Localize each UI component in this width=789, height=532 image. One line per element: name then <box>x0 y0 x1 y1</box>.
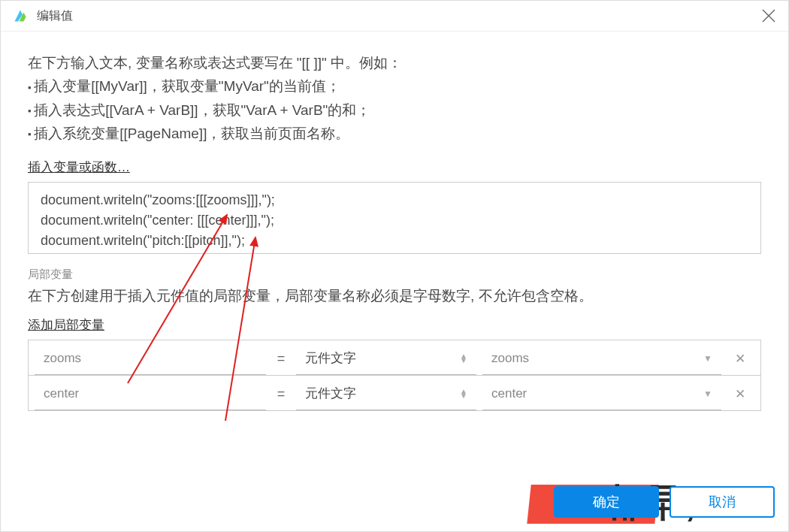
insert-variable-link[interactable]: 插入变量或函数… <box>28 159 130 176</box>
stepper-icon: ▲▼ <box>460 354 467 363</box>
variable-name-input[interactable]: center <box>35 376 266 410</box>
editor-line: document.writeln("pitch:[[pitch]],"); <box>41 231 748 251</box>
instructions-line: 在下方输入文本, 变量名称或表达式要写在 "[[ ]]" 中。例如： <box>28 51 761 74</box>
variable-type-value: 元件文字 <box>305 349 356 367</box>
close-icon: ✕ <box>735 351 745 367</box>
stepper-icon: ▲▼ <box>460 389 467 398</box>
variable-name-input[interactable]: zooms <box>35 340 266 375</box>
add-local-variable-link[interactable]: 添加局部变量 <box>28 316 104 334</box>
local-vars-label: 局部变量 <box>28 268 761 282</box>
instructions-bullet: 插入表达式[[VarA + VarB]]，获取"VarA + VarB"的和； <box>28 98 761 122</box>
variable-type-select[interactable]: 元件文字 ▲▼ <box>296 376 476 410</box>
variable-target-select[interactable]: zooms ▼ <box>482 340 721 375</box>
delete-row-button[interactable]: ✕ <box>721 340 759 375</box>
dialog-title: 编辑值 <box>37 8 760 24</box>
variable-target-value: center <box>491 386 527 401</box>
expression-editor[interactable]: document.writeln("zooms:[[[zooms]]],"); … <box>28 182 761 254</box>
editor-line: document.writeln("zooms:[[[zooms]]],"); <box>41 190 748 210</box>
variable-target-value: zooms <box>491 351 529 366</box>
titlebar: 编辑值 <box>1 1 788 32</box>
variable-type-value: 元件文字 <box>305 385 356 402</box>
cancel-button[interactable]: 取消 <box>670 486 775 518</box>
dialog-footer: 都早; 确定 取消 <box>1 479 788 531</box>
axure-logo-icon <box>11 7 29 25</box>
chevron-down-icon: ▼ <box>703 388 712 399</box>
local-variables-table: zooms = 元件文字 ▲▼ zooms ▼ ✕ center = 元件文字 <box>28 340 761 411</box>
local-variable-row: center = 元件文字 ▲▼ center ▼ ✕ <box>29 375 760 410</box>
local-variable-row: zooms = 元件文字 ▲▼ zooms ▼ ✕ <box>29 340 760 375</box>
variable-target-select[interactable]: center ▼ <box>482 376 721 410</box>
editor-line: document.writeln("pitchEnable:[[pitchEna… <box>41 251 748 254</box>
close-icon: ✕ <box>735 386 745 402</box>
local-vars-desc: 在下方创建用于插入元件值的局部变量，局部变量名称必须是字母数字, 不允许包含空格… <box>28 286 761 306</box>
variable-type-select[interactable]: 元件文字 ▲▼ <box>296 340 476 375</box>
close-icon[interactable] <box>760 7 778 25</box>
equals-label: = <box>266 340 296 375</box>
instructions-bullet: 插入变量[[MyVar]]，获取变量"MyVar"的当前值； <box>28 74 761 98</box>
ok-button[interactable]: 确定 <box>554 486 659 518</box>
chevron-down-icon: ▼ <box>703 353 712 364</box>
delete-row-button[interactable]: ✕ <box>721 376 759 410</box>
editor-line: document.writeln("center: [[[center]]],"… <box>41 210 748 231</box>
edit-value-dialog: 编辑值 在下方输入文本, 变量名称或表达式要写在 "[[ ]]" 中。例如： 插… <box>0 0 789 532</box>
dialog-content: 在下方输入文本, 变量名称或表达式要写在 "[[ ]]" 中。例如： 插入变量[… <box>1 32 788 479</box>
instructions-bullet: 插入系统变量[[PageName]]，获取当前页面名称。 <box>28 122 761 145</box>
instructions-text: 在下方输入文本, 变量名称或表达式要写在 "[[ ]]" 中。例如： 插入变量[… <box>28 51 761 145</box>
equals-label: = <box>266 376 296 410</box>
